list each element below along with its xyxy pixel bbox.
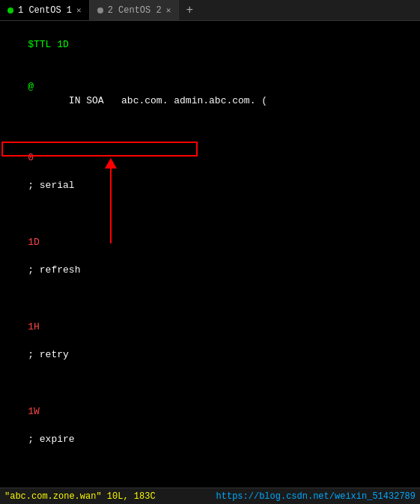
tab-close-1[interactable]: ✕ [76,5,82,15]
retry-value: 1H [28,321,40,333]
tab-close-2[interactable]: ✕ [166,5,171,15]
expire-value: 1W [28,406,40,417]
tab-inactive-indicator [97,7,103,13]
soa-record: IN SOA abc.com. admin.abc.com. ( [28,95,267,106]
minimum-line: 3H ) ; minimum [4,461,416,488]
serial-value: 0 [28,152,34,163]
status-url: https://blog.csdn.net/weixin_51432789 [216,491,416,502]
retry-indent [28,336,86,347]
at-symbol: @ [28,81,34,92]
tab-centos1[interactable]: 1 CentOS 1 ✕ [0,0,90,20]
tab-centos2[interactable]: 2 CentOS 2 ✕ [90,0,180,20]
tab-label-2: 2 CentOS 2 [108,5,162,16]
soa-line: @ IN SOA abc.com. admin.abc.com. ( [4,67,416,123]
status-file-info: "abc.com.zone.wan" 10L, 183C [4,491,156,502]
tab-bar: 1 CentOS 1 ✕ 2 CentOS 2 ✕ + [0,0,420,21]
ttl-directive: $TTL 1D [28,39,69,50]
ttl-line: $TTL 1D [4,24,416,67]
serial-comment: ; serial [28,180,74,191]
expire-indent [28,420,86,431]
retry-line: 1H ; retry [4,292,416,377]
terminal-area: $TTL 1D @ IN SOA abc.com. admin.abc.com.… [0,21,420,488]
serial-indent [28,166,92,177]
status-bar: "abc.com.zone.wan" 10L, 183C https://blo… [0,488,420,504]
expire-comment: ; expire [28,434,74,445]
refresh-comment: ; refresh [28,264,80,276]
refresh-indent [28,251,86,262]
retry-comment: ; retry [28,349,69,360]
tab-label-1: 1 CentOS 1 [18,5,72,16]
tab-active-indicator [7,7,13,13]
refresh-value: 1D [28,237,40,248]
refresh-line: 1D ; refresh [4,207,416,292]
expire-line: 1W ; expire [4,377,416,461]
add-tab-button[interactable]: + [179,0,200,20]
serial-line: 0 ; serial [4,123,416,207]
